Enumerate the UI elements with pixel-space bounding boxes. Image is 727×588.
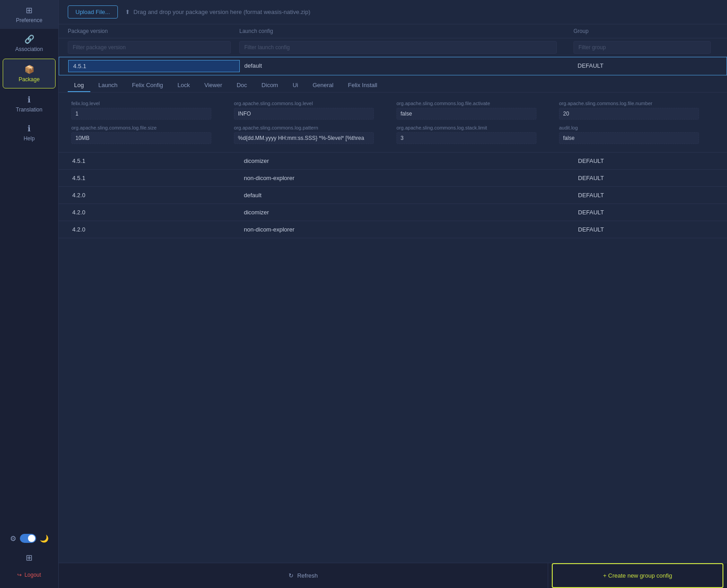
tab-doc[interactable]: Doc (230, 79, 253, 92)
col-group: Group (573, 28, 718, 34)
moon-icon: 🌙 (40, 534, 49, 543)
config-item-0: felix.log.level 1 (68, 98, 230, 122)
config-label-7: audit.log (559, 125, 714, 130)
tab-launch[interactable]: Launch (92, 79, 124, 92)
tab-lock[interactable]: Lock (171, 79, 196, 92)
sidebar-item-label: Association (15, 46, 43, 52)
filter-row (59, 38, 727, 57)
config-item-2: org.apache.sling.commons.log.file.activa… (393, 98, 555, 122)
bottom-bar: ↻ Refresh + Create new group config (59, 563, 727, 588)
selected-row[interactable]: 4.5.1 default DEFAULT (59, 57, 727, 75)
association-icon: 🔗 (24, 34, 34, 44)
sidebar-bottom: ⚙ 🌙 ⊞ ↪ Logout (0, 530, 58, 588)
table-row[interactable]: 4.2.0 default DEFAULT (59, 187, 727, 204)
create-group-config-button[interactable]: + Create new group config (552, 563, 723, 588)
sidebar-item-translation[interactable]: ℹ Translation (0, 89, 58, 118)
tab-viewer[interactable]: Viewer (198, 79, 228, 92)
row-group: DEFAULT (573, 173, 718, 183)
sidebar-item-label: Translation (16, 106, 42, 113)
data-rows: 4.5.1 dicomizer DEFAULT 4.5.1 non-dicom-… (59, 153, 727, 563)
row-group: DEFAULT (573, 208, 718, 217)
config-value-6: 3 (396, 132, 536, 144)
table-header: Package version Launch config Group (59, 24, 727, 38)
table-row[interactable]: 4.2.0 dicomizer DEFAULT (59, 204, 727, 221)
col-launch-config: Launch config (239, 28, 573, 34)
upload-icon: ⬆ (125, 9, 130, 15)
row-version: 4.2.0 (68, 225, 239, 234)
table-row[interactable]: 4.2.0 non-dicom-explorer DEFAULT (59, 221, 727, 238)
config-label-1: org.apache.sling.commons.log.level (234, 101, 389, 106)
row-launch-config: non-dicom-explorer (239, 173, 573, 183)
filter-launch-config[interactable] (239, 41, 557, 54)
upload-bar: Upload File... ⬆ Drag and drop your pack… (59, 0, 727, 24)
sidebar-item-label: Package (19, 76, 40, 83)
gear-icon[interactable]: ⚙ (10, 534, 16, 543)
selected-group: DEFAULT (573, 60, 718, 72)
config-value-3: 20 (559, 108, 699, 120)
config-label-6: org.apache.sling.commons.log.stack.limit (396, 125, 552, 130)
preference-icon: ⊞ (26, 5, 33, 15)
logout-icon: ↪ (17, 572, 22, 578)
tabs-row: Log Launch Felix Config Lock Viewer Doc … (59, 75, 727, 93)
tab-log[interactable]: Log (68, 79, 90, 92)
row-launch-config: non-dicom-explorer (239, 225, 573, 234)
settings-row: ⚙ 🌙 (6, 530, 52, 546)
row-group: DEFAULT (573, 225, 718, 234)
drag-drop-area: ⬆ Drag and drop your package version her… (125, 9, 311, 15)
tab-felix-install[interactable]: Felix Install (341, 79, 383, 92)
sidebar: ⊞ Preference 🔗 Association 📦 Package ℹ T… (0, 0, 59, 588)
config-value-2: false (396, 108, 536, 120)
row-version: 4.2.0 (68, 190, 239, 200)
filter-package-version[interactable] (68, 41, 231, 54)
create-label: + Create new group config (603, 572, 672, 579)
sidebar-item-help[interactable]: ℹ Help (0, 118, 58, 147)
row-group: DEFAULT (573, 156, 718, 166)
tab-ui[interactable]: Ui (286, 79, 304, 92)
row-launch-config: dicomizer (239, 156, 573, 166)
grid-icon[interactable]: ⊞ (23, 550, 35, 565)
refresh-label: Refresh (297, 572, 318, 579)
sidebar-item-label: Help (23, 135, 35, 142)
config-item-6: org.apache.sling.commons.log.stack.limit… (393, 122, 555, 147)
tab-dicom[interactable]: Dicom (255, 79, 284, 92)
config-value-5: %d{dd.MM.yyyy HH:mm:ss.SSS} *%-5level* [… (234, 132, 374, 144)
row-launch-config: default (239, 190, 573, 200)
main-content: Upload File... ⬆ Drag and drop your pack… (59, 0, 727, 588)
sidebar-item-association[interactable]: 🔗 Association (0, 29, 58, 58)
package-icon: 📦 (24, 65, 34, 74)
config-label-0: felix.log.level (71, 101, 227, 106)
row-version: 4.5.1 (68, 156, 239, 166)
tab-felix-config[interactable]: Felix Config (126, 79, 169, 92)
row-version: 4.5.1 (68, 173, 239, 183)
config-grid: felix.log.level 1 org.apache.sling.commo… (59, 93, 727, 153)
config-item-7: audit.log false (555, 122, 718, 147)
config-label-5: org.apache.sling.commons.log.pattern (234, 125, 389, 130)
help-icon: ℹ (28, 124, 31, 134)
col-package-version: Package version (68, 28, 239, 34)
drag-drop-text: Drag and drop your package version here … (134, 9, 311, 15)
sidebar-item-preference[interactable]: ⊞ Preference (0, 0, 58, 29)
logout-label: Logout (24, 572, 41, 578)
table-row[interactable]: 4.5.1 dicomizer DEFAULT (59, 153, 727, 170)
selected-version: 4.5.1 (68, 60, 240, 72)
table-row[interactable]: 4.5.1 non-dicom-explorer DEFAULT (59, 170, 727, 187)
config-label-3: org.apache.sling.commons.log.file.number (559, 101, 714, 106)
refresh-button[interactable]: ↻ Refresh (59, 563, 548, 588)
logout-button[interactable]: ↪ Logout (13, 569, 46, 581)
tab-general[interactable]: General (306, 79, 340, 92)
config-value-7: false (559, 132, 699, 144)
sidebar-item-package[interactable]: 📦 Package (3, 59, 56, 88)
translation-icon: ℹ (28, 95, 31, 105)
selected-launch-config: default (240, 60, 573, 72)
theme-toggle[interactable] (20, 534, 36, 543)
row-group: DEFAULT (573, 190, 718, 200)
config-item-3: org.apache.sling.commons.log.file.number… (555, 98, 718, 122)
config-value-4: 10MB (71, 132, 211, 144)
config-item-1: org.apache.sling.commons.log.level INFO (230, 98, 393, 122)
upload-file-button[interactable]: Upload File... (68, 5, 118, 19)
config-value-0: 1 (71, 108, 211, 120)
config-item-5: org.apache.sling.commons.log.pattern %d{… (230, 122, 393, 147)
config-label-2: org.apache.sling.commons.log.file.activa… (396, 101, 552, 106)
row-launch-config: dicomizer (239, 208, 573, 217)
filter-group[interactable] (573, 41, 711, 54)
